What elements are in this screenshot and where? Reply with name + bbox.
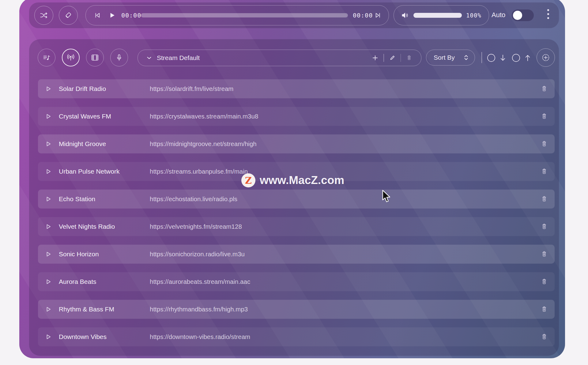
- station-row[interactable]: Echo Station https://echostation.live/ra…: [38, 190, 555, 209]
- arrow-down-icon: [498, 53, 507, 62]
- station-name: Aurora Beats: [59, 272, 96, 291]
- play-outline-icon: [45, 223, 52, 230]
- station-play-button[interactable]: [45, 223, 52, 230]
- station-play-button[interactable]: [45, 113, 52, 120]
- eraser-icon: [64, 11, 73, 20]
- station-row[interactable]: Crystal Waves FM https://crystalwaves.st…: [38, 107, 555, 126]
- station-row[interactable]: Velvet Nights Radio https://velvetnights…: [38, 217, 555, 236]
- clear-button[interactable]: [59, 6, 78, 25]
- station-row[interactable]: Downtown Vibes https://downtown-vibes.ra…: [38, 327, 555, 346]
- dot-icon: [547, 13, 549, 15]
- station-delete-button[interactable]: [540, 167, 548, 176]
- station-delete-button[interactable]: [540, 305, 548, 314]
- trash-icon: [540, 277, 548, 286]
- station-row[interactable]: Midnight Groove https://midnightgroove.n…: [38, 134, 555, 153]
- preset-actions: [371, 50, 414, 66]
- station-delete-button[interactable]: [540, 140, 548, 148]
- station-url: https://aurorabeats.stream/main.aac: [150, 272, 250, 291]
- play-button[interactable]: [107, 10, 117, 21]
- film-icon: [90, 53, 100, 62]
- target-plus-icon: [540, 51, 552, 64]
- volume-slider[interactable]: [413, 13, 462, 18]
- circle-icon: [511, 53, 521, 63]
- radio-tab-button[interactable]: [62, 49, 80, 66]
- station-delete-button[interactable]: [540, 222, 548, 231]
- play-outline-icon: [45, 278, 52, 285]
- station-play-button[interactable]: [45, 306, 52, 313]
- station-delete-button[interactable]: [540, 195, 548, 203]
- preset-dropdown[interactable]: Stream Default: [138, 50, 421, 66]
- station-url: https://midnightgroove.net/stream/high: [150, 134, 257, 153]
- video-tab-button[interactable]: [86, 49, 104, 66]
- import-button[interactable]: [510, 52, 533, 63]
- player-toolbar: 00:00 00:00 100%: [29, 2, 559, 28]
- play-outline-icon: [45, 168, 52, 175]
- next-track-button[interactable]: [372, 6, 383, 25]
- station-play-button[interactable]: [45, 168, 52, 175]
- station-delete-button[interactable]: [540, 277, 548, 286]
- station-play-button[interactable]: [45, 278, 52, 285]
- desktop: 00:00 00:00 100%: [0, 0, 588, 365]
- station-url: https://echostation.live/radio.pls: [150, 190, 237, 209]
- play-outline-icon: [45, 140, 52, 148]
- mute-button[interactable]: [400, 10, 410, 21]
- station-delete-button[interactable]: [540, 85, 548, 93]
- station-play-button[interactable]: [45, 333, 52, 341]
- station-delete-button[interactable]: [540, 250, 548, 258]
- stations-panel: Stream Default: [29, 39, 559, 356]
- add-preset-button[interactable]: [371, 53, 380, 62]
- sort-chevrons-icon: [463, 54, 469, 61]
- edit-preset-button[interactable]: [388, 53, 397, 62]
- toggle-knob: [513, 11, 522, 20]
- play-outline-icon: [45, 306, 52, 313]
- station-play-button[interactable]: [45, 85, 52, 92]
- station-url: https://velvetnights.fm/stream128: [150, 217, 242, 236]
- station-name: Midnight Groove: [59, 134, 106, 153]
- previous-track-icon: [93, 11, 102, 20]
- station-name: Sonic Horizon: [59, 245, 99, 264]
- trash-icon: [540, 112, 548, 121]
- watermark-text: www.MacZ.com: [260, 174, 344, 187]
- playlist-tab-button[interactable]: [38, 49, 55, 66]
- cursor-arrow-icon: [382, 190, 391, 203]
- station-url: https://rhythmandbass.fm/high.mp3: [150, 300, 248, 319]
- preset-label: Stream Default: [157, 54, 200, 62]
- watermark: Z www.MacZ.com: [241, 173, 344, 187]
- trash-icon: [540, 250, 548, 258]
- mouse-cursor: [382, 190, 391, 205]
- watermark-logo: Z: [241, 173, 255, 187]
- divider: [383, 54, 384, 62]
- station-play-button[interactable]: [45, 250, 52, 258]
- trash-icon: [405, 54, 413, 62]
- station-play-button[interactable]: [45, 195, 52, 203]
- auto-label: Auto: [492, 11, 505, 19]
- station-delete-button[interactable]: [540, 333, 548, 341]
- station-row[interactable]: Aurora Beats https://aurorabeats.stream/…: [38, 272, 555, 291]
- auto-toggle[interactable]: [512, 9, 534, 21]
- microphone-tab-button[interactable]: [110, 49, 128, 66]
- playlist-icon: [42, 53, 51, 62]
- more-options-button[interactable]: [546, 8, 550, 20]
- shuffle-button[interactable]: [34, 6, 53, 25]
- station-delete-button[interactable]: [540, 112, 548, 121]
- trash-icon: [540, 305, 548, 314]
- previous-track-button[interactable]: [92, 10, 103, 21]
- player-controls: 00:00 00:00: [85, 5, 389, 25]
- next-track-icon: [373, 11, 382, 20]
- station-play-button[interactable]: [45, 140, 52, 148]
- progress-bar[interactable]: [141, 13, 348, 17]
- station-row[interactable]: Solar Drift Radio https://solardrift.fm/…: [38, 79, 555, 98]
- station-row[interactable]: Rhythm & Bass FM https://rhythmandbass.f…: [38, 300, 555, 319]
- pencil-icon: [389, 54, 396, 62]
- export-button[interactable]: [485, 52, 508, 63]
- station-row[interactable]: Sonic Horizon https://sonichorizon.radio…: [38, 245, 555, 264]
- station-url: https://solardrift.fm/live/stream: [150, 79, 233, 98]
- trash-icon: [540, 85, 548, 93]
- add-target-button[interactable]: [537, 48, 555, 67]
- arrow-up-icon: [523, 53, 532, 62]
- play-outline-icon: [45, 113, 52, 120]
- volume-percent: 100%: [466, 12, 481, 19]
- delete-preset-button[interactable]: [405, 53, 414, 62]
- sort-by-dropdown[interactable]: Sort By: [426, 50, 475, 66]
- divider: [481, 52, 482, 63]
